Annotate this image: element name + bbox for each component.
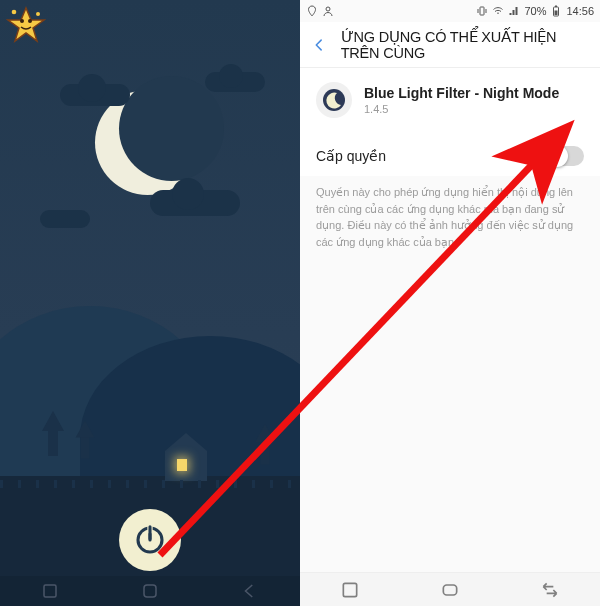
cloud-icon bbox=[205, 72, 265, 92]
tree-icon bbox=[261, 438, 270, 465]
tree-icon bbox=[81, 433, 90, 459]
svg-point-11 bbox=[326, 7, 330, 11]
star-badge-icon bbox=[6, 6, 46, 46]
settings-header: ỨNG DỤNG CÓ THỂ XUẤT HIỆN TRÊN CÙNG bbox=[300, 22, 600, 68]
android-navbar bbox=[0, 576, 300, 606]
svg-rect-20 bbox=[443, 585, 456, 595]
permission-label: Cấp quyền bbox=[316, 148, 386, 164]
house-icon bbox=[165, 451, 207, 481]
svg-point-1 bbox=[20, 19, 24, 23]
svg-rect-10 bbox=[144, 585, 156, 597]
permission-toggle[interactable] bbox=[546, 146, 584, 166]
svg-rect-12 bbox=[480, 7, 484, 15]
battery-icon bbox=[550, 5, 562, 17]
power-button[interactable] bbox=[119, 509, 181, 571]
home-button[interactable] bbox=[440, 580, 460, 600]
power-icon bbox=[134, 524, 166, 556]
app-info-row: Blue Light Filter - Night Mode 1.4.5 bbox=[300, 68, 600, 132]
app-screen-night-mode bbox=[0, 0, 300, 606]
status-bar: 70% 14:56 bbox=[300, 0, 600, 22]
svg-point-2 bbox=[28, 19, 32, 23]
android-navbar bbox=[300, 572, 600, 606]
fence-shape bbox=[0, 480, 300, 488]
cloud-icon bbox=[150, 190, 240, 216]
settings-display-over-other-apps: 70% 14:56 ỨNG DỤNG CÓ THỂ XUẤT HIỆN TRÊN… bbox=[300, 0, 600, 606]
battery-percent: 70% bbox=[524, 5, 546, 17]
back-button[interactable] bbox=[241, 582, 259, 600]
svg-rect-16 bbox=[555, 6, 557, 8]
signal-icon bbox=[508, 5, 520, 17]
tree-icon bbox=[48, 426, 58, 456]
svg-rect-19 bbox=[343, 583, 356, 596]
permission-description: Quyền này cho phép ứng dụng hiển thị nội… bbox=[300, 176, 600, 258]
permission-row: Cấp quyền bbox=[300, 132, 600, 176]
back-icon[interactable] bbox=[312, 36, 327, 54]
svg-rect-9 bbox=[44, 585, 56, 597]
recents-button[interactable] bbox=[41, 582, 59, 600]
recents-button[interactable] bbox=[340, 580, 360, 600]
clock-time: 14:56 bbox=[566, 5, 594, 17]
location-icon bbox=[306, 5, 318, 17]
person-icon bbox=[322, 5, 334, 17]
page-title: ỨNG DỤNG CÓ THỂ XUẤT HIỆN TRÊN CÙNG bbox=[341, 29, 588, 61]
home-button[interactable] bbox=[141, 582, 159, 600]
app-icon bbox=[316, 82, 352, 118]
cloud-icon bbox=[60, 84, 130, 106]
app-version: 1.4.5 bbox=[364, 103, 559, 115]
back-button[interactable] bbox=[540, 580, 560, 600]
wifi-icon bbox=[492, 5, 504, 17]
svg-rect-17 bbox=[555, 11, 558, 16]
svg-point-4 bbox=[36, 12, 40, 16]
app-name: Blue Light Filter - Night Mode bbox=[364, 85, 559, 101]
vibrate-icon bbox=[476, 5, 488, 17]
svg-point-3 bbox=[12, 10, 17, 15]
cloud-icon bbox=[40, 210, 90, 228]
